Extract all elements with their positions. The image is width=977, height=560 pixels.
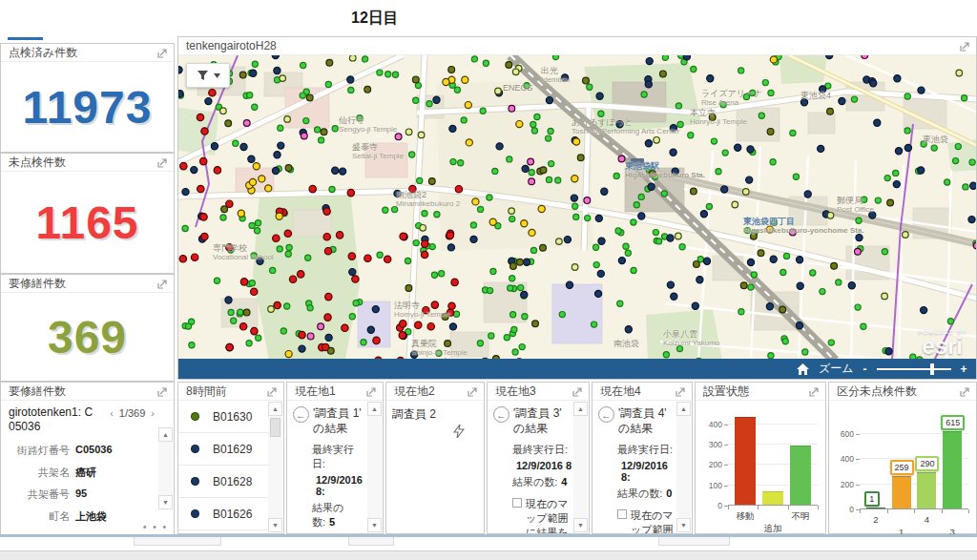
expand-icon[interactable] [156, 46, 169, 59]
map-point-navy[interactable] [521, 291, 528, 298]
panel-scrollbar[interactable]: ▲ ▼ [367, 402, 382, 532]
bar-不明[interactable] [790, 446, 811, 505]
list-item[interactable]: B01626 [178, 498, 268, 530]
map-point-green[interactable] [862, 197, 867, 202]
map-point-green[interactable] [510, 312, 516, 318]
panel-scrollbar[interactable]: ▲ ▼ [573, 402, 588, 532]
map-point-yellow[interactable] [572, 176, 578, 182]
map-point-green[interactable] [504, 335, 509, 341]
zoom-slider[interactable] [877, 368, 951, 370]
map-point-green[interactable] [720, 102, 726, 108]
map-point-navy[interactable] [894, 75, 901, 82]
map-point-pale[interactable] [512, 69, 519, 75]
map-point-green[interactable] [573, 214, 579, 219]
limit-extent-checkbox[interactable] [617, 509, 627, 519]
map-point-olive[interactable] [767, 129, 774, 135]
map-point-green[interactable] [953, 158, 959, 164]
map-point-navy[interactable] [804, 191, 811, 197]
map-point-green[interactable] [377, 252, 383, 258]
map-point-navy[interactable] [367, 326, 374, 333]
expand-icon[interactable] [466, 384, 479, 398]
map-point-navy[interactable] [797, 257, 803, 263]
map-point-green[interactable] [278, 125, 283, 131]
home-icon[interactable] [797, 363, 809, 375]
map-point-red[interactable] [240, 279, 247, 285]
map-point-yellow[interactable] [573, 138, 580, 145]
map-point-olive[interactable] [691, 188, 697, 195]
zoom-in-button[interactable]: + [961, 363, 967, 376]
map-point-green[interactable] [783, 253, 789, 259]
map-point-green[interactable] [522, 314, 528, 320]
map-canvas[interactable]: 出光IdemitsuENEOS本立寺Honryu-ji Templeあうるすぽっ… [178, 55, 976, 361]
map-point-navy[interactable] [178, 67, 182, 73]
map-point-navy[interactable] [893, 181, 900, 188]
map-point-pale[interactable] [495, 88, 502, 94]
map-point-green[interactable] [249, 222, 255, 228]
map-point-red[interactable] [324, 314, 331, 321]
map-point-navy[interactable] [747, 259, 754, 265]
map-point-green[interactable] [415, 83, 421, 89]
map-point-green[interactable] [904, 93, 910, 99]
map-point-pink[interactable] [855, 248, 862, 255]
map-point-red2[interactable] [201, 128, 208, 135]
map-point-navy[interactable] [839, 97, 845, 104]
map-point-green[interactable] [530, 247, 536, 253]
map-point-pale[interactable] [556, 239, 563, 245]
map-point-navy[interactable] [667, 235, 674, 241]
map-point-green[interactable] [531, 128, 537, 134]
map-point-red[interactable] [423, 307, 429, 314]
map-point-navy[interactable] [968, 217, 975, 223]
map-point-green[interactable] [676, 103, 681, 109]
map-point-green[interactable] [409, 152, 415, 157]
map-point-green[interactable] [638, 194, 644, 199]
map-point-green[interactable] [329, 186, 335, 192]
map-point-green[interactable] [492, 168, 498, 174]
map-point-navy[interactable] [566, 281, 572, 288]
map-point-green[interactable] [422, 211, 427, 217]
lightning-icon[interactable] [453, 425, 465, 440]
map-point-green[interactable] [353, 301, 359, 306]
map-point-green[interactable] [546, 176, 551, 182]
map-point-red[interactable] [299, 331, 305, 338]
map-point-navy[interactable] [248, 156, 255, 162]
map-point-red[interactable] [399, 332, 405, 339]
map-point-green[interactable] [214, 278, 219, 283]
map-point-green[interactable] [509, 276, 515, 281]
scroll-up-button[interactable]: ▲ [268, 402, 282, 416]
map-point-red[interactable] [251, 288, 258, 295]
map-point-green[interactable] [963, 184, 968, 190]
map-point-navy[interactable] [272, 55, 279, 59]
map-point-olive[interactable] [780, 306, 786, 313]
map-point-navy[interactable] [670, 149, 676, 156]
map-point-navy[interactable] [447, 244, 454, 251]
map-point-pink[interactable] [243, 120, 250, 127]
map-point-green[interactable] [363, 56, 368, 62]
map-point-green[interactable] [238, 309, 243, 315]
map-point-pale[interactable] [405, 129, 412, 135]
map-point-green[interactable] [508, 285, 513, 291]
map-point-green[interactable] [413, 240, 419, 246]
map-point-green[interactable] [182, 225, 188, 231]
map-point-navy[interactable] [394, 190, 401, 197]
map-point-navy[interactable] [696, 277, 703, 283]
map-point-olive[interactable] [740, 282, 747, 289]
map-point-green[interactable] [361, 340, 366, 345]
map-point-pink[interactable] [529, 178, 535, 185]
map-point-pale[interactable] [280, 75, 286, 82]
map-point-green[interactable] [549, 161, 554, 167]
map-point-pale[interactable] [956, 70, 963, 76]
map-point-green[interactable] [904, 128, 910, 134]
map-point-green[interactable] [233, 140, 239, 146]
panel-scrollbar[interactable]: ▲ ▼ [676, 402, 691, 532]
map-point-green[interactable] [349, 314, 355, 320]
scroll-up-button[interactable]: ▲ [573, 402, 588, 416]
map-point-green[interactable] [483, 60, 488, 66]
map-point-navy[interactable] [625, 326, 632, 333]
map-point-navy[interactable] [856, 235, 863, 241]
map-point-green[interactable] [434, 212, 440, 218]
map-point-red[interactable] [447, 232, 453, 239]
map-point-navy[interactable] [332, 167, 339, 174]
map-point-navy[interactable] [546, 97, 552, 104]
map-point-navy[interactable] [274, 67, 281, 73]
map-filter-button[interactable] [186, 63, 230, 88]
